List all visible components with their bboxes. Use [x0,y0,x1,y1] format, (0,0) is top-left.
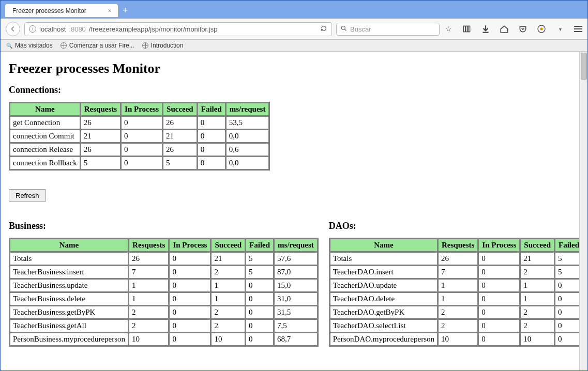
table-cell: 0 [555,319,583,332]
table-cell: 57,6 [274,252,318,265]
page-viewport[interactable]: Freezer processes Monitor Connections: N… [1,52,587,370]
svg-line-1 [345,29,346,30]
address-bar[interactable]: i localhost:8080/freezerexampleapp/jsp/m… [24,22,332,36]
table-cell: 7,5 [274,319,318,332]
home-icon[interactable] [500,24,509,34]
site-info-icon[interactable]: i [29,25,36,33]
table-cell: 10 [129,333,169,346]
table-cell: TeacherBusiness.delete [10,292,128,305]
column-header: Failed [246,239,274,252]
table-cell: 2 [211,319,245,332]
table-cell: 21 [163,130,197,143]
table-cell: 2 [211,306,245,319]
table-cell: 0 [246,306,274,319]
bookmark-star-icon[interactable]: ☆ [444,24,453,34]
bookmark-label: Introduction [151,42,184,49]
table-row: PersonBusiness.myprocedureperson10010068… [10,333,318,346]
tab-close-icon[interactable]: × [108,7,112,14]
table-row: connection Release2602600,6 [10,143,269,156]
refresh-button[interactable]: Refresh [9,189,46,202]
table-cell: 1 [211,292,245,305]
dropdown-icon[interactable]: ▾ [555,24,565,34]
bookmark-introduction[interactable]: Introduction [142,42,184,49]
table-cell: get Connection [10,116,80,129]
table-cell: 0 [169,306,210,319]
url-path: /freezerexampleapp/jsp/monitor/monitor.j… [89,25,218,33]
new-tab-button[interactable]: + [123,5,128,16]
table-cell: 5 [555,266,583,279]
svg-point-7 [540,28,543,30]
column-header: Name [10,103,80,116]
table-cell: 21 [81,130,120,143]
column-header: Failed [198,103,225,116]
pocket-icon[interactable] [518,24,527,34]
table-cell: 0 [478,319,520,332]
profile-icon[interactable] [537,24,546,34]
library-icon[interactable] [462,24,472,34]
url-port: :8080 [69,25,86,33]
browser-tab[interactable]: Freezer processes Monitor × [5,4,118,17]
table-cell: 0 [121,130,162,143]
table-row: TeacherBusiness.getAll20207,5 [10,319,318,332]
table-cell: 31,0 [274,292,318,305]
table-cell: 0 [246,333,274,346]
column-header: Resquests [438,239,478,252]
table-cell: 2 [520,266,554,279]
table-cell: TeacherDAO.getByPK [330,306,438,319]
table-row: TeacherDAO.delete101016,0 [330,292,587,305]
url-host: localhost [39,25,66,33]
table-cell: 10 [438,333,478,346]
table-cell: 26 [81,143,120,156]
table-row: get Connection26026053,5 [10,116,269,129]
back-button[interactable] [6,22,20,36]
column-header: In Process [478,239,520,252]
table-row: TeacherDAO.update101015,0 [330,279,587,292]
table-cell: 0 [198,130,225,143]
svg-point-0 [342,26,345,29]
table-cell: 1 [520,279,554,292]
search-box[interactable]: Buscar [336,23,440,36]
bookmark-start-firefox[interactable]: Comenzar a usar Fire... [60,42,134,49]
table-cell: Totals [330,252,438,265]
table-cell: 68,7 [274,333,318,346]
table-cell: 0 [169,333,210,346]
table-cell: 0 [198,157,225,169]
table-cell: TeacherDAO.delete [330,292,438,305]
column-header: Succeed [163,103,197,116]
table-cell: 0 [555,333,583,346]
table-cell: 10 [520,333,554,346]
reload-icon[interactable] [320,25,327,34]
column-header: Name [10,239,128,252]
svg-rect-4 [468,26,470,32]
toolbar-icons: ☆ ▾ [444,24,582,34]
table-cell: 0 [169,252,210,265]
table-cell: PersonBusiness.myprocedureperson [10,333,128,346]
table-cell: 0,0 [226,130,269,143]
table-cell: TeacherDAO.selectList [330,319,438,332]
table-cell: 0 [246,319,274,332]
globe-icon [142,42,149,49]
table-cell: 0,0 [226,157,269,169]
table-cell: 0 [478,266,520,279]
downloads-icon[interactable] [481,24,490,34]
table-cell: 5 [555,252,583,265]
bookmark-most-visited[interactable]: 🔍 Más visitados [6,42,53,49]
table-cell: 1 [129,292,169,305]
browser-window: Freezer processes Monitor × + i localhos… [0,0,588,371]
table-cell: 26 [163,116,197,129]
table-cell: 0 [555,279,583,292]
connections-heading: Connections: [9,85,579,96]
table-cell: 5 [246,252,274,265]
column-header: Resquests [81,103,120,116]
vertical-scrollbar[interactable] [579,52,587,370]
table-cell: 0 [478,292,520,305]
table-cell: 31,5 [274,306,318,319]
globe-icon [60,42,67,49]
scrollbar-thumb[interactable] [581,53,587,80]
table-cell: 1 [438,279,478,292]
table-cell: 0 [121,143,162,156]
menu-icon[interactable] [574,26,582,32]
tab-title: Freezer processes Monitor [12,7,98,14]
table-cell: 2 [211,266,245,279]
table-cell: TeacherBusiness.update [10,279,128,292]
